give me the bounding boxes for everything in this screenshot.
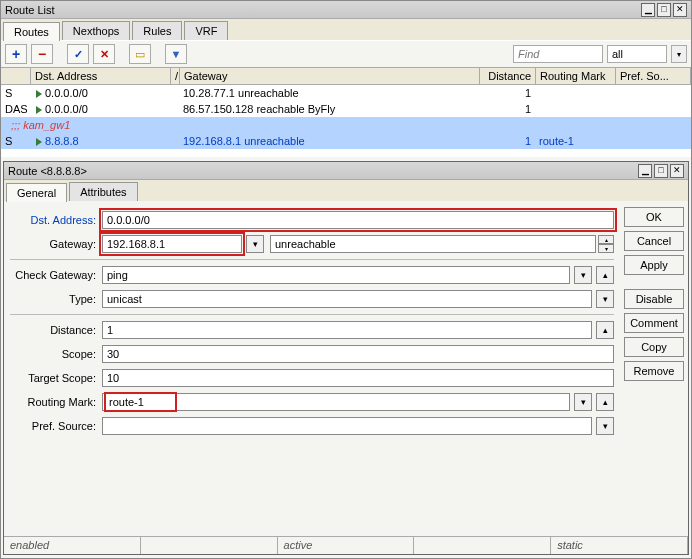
disable-button[interactable]: ✕ xyxy=(93,44,115,64)
gateway-dropdown-icon[interactable]: ▾ xyxy=(246,235,264,253)
dst-label: Dst. Address: xyxy=(10,214,102,226)
status-static: static xyxy=(551,537,688,554)
tab-rules[interactable]: Rules xyxy=(132,21,182,40)
route-detail-window: Route <8.8.8.8> ▁ □ ✕ General Attributes… xyxy=(3,161,689,555)
check-dropdown-icon[interactable]: ▾ xyxy=(574,266,592,284)
comment-button[interactable]: ▭ xyxy=(129,44,151,64)
button-column: OK Cancel Apply Disable Comment Copy Rem… xyxy=(620,201,688,445)
gateway-status: unreachable xyxy=(270,235,596,253)
gateway-label: Gateway: xyxy=(10,238,102,250)
routing-mark-input[interactable]: route-1 xyxy=(102,393,570,411)
disable-button[interactable]: Disable xyxy=(624,289,684,309)
route-list-window: Route List ▁ □ ✕ Routes Nexthops Rules V… xyxy=(0,0,692,559)
target-scope-label: Target Scope: xyxy=(10,372,102,384)
mark-up-icon[interactable]: ▴ xyxy=(596,393,614,411)
col-dst[interactable]: Dst. Address xyxy=(31,68,171,84)
check-up-icon[interactable]: ▴ xyxy=(596,266,614,284)
detail-titlebar: Route <8.8.8.8> ▁ □ ✕ xyxy=(4,162,688,180)
titlebar: Route List ▁ □ ✕ xyxy=(1,1,691,19)
gateway-input[interactable]: 192.168.8.1 xyxy=(102,235,242,253)
tab-vrf[interactable]: VRF xyxy=(184,21,228,40)
col-gateway[interactable]: Gateway xyxy=(180,68,480,84)
gateway-spinner[interactable]: ▴▾ xyxy=(598,235,614,253)
remove-button[interactable]: − xyxy=(31,44,53,64)
detail-close-button[interactable]: ✕ xyxy=(670,164,684,178)
status-bar: enabled active static xyxy=(4,536,688,554)
comment-button[interactable]: Comment xyxy=(624,313,684,333)
add-button[interactable]: + xyxy=(5,44,27,64)
grid-body: S 0.0.0.0/0 10.28.77.1 unreachable 1 DAS… xyxy=(1,85,691,157)
grid-header: Dst. Address / Gateway Distance Routing … xyxy=(1,68,691,85)
tab-attributes[interactable]: Attributes xyxy=(69,182,137,201)
scope-input[interactable]: 30 xyxy=(102,345,614,363)
group-row[interactable]: ;;; kam_gw1 xyxy=(1,117,691,133)
status-active: active xyxy=(278,537,415,554)
maximize-button[interactable]: □ xyxy=(657,3,671,17)
form-area: Dst. Address: 0.0.0.0/0 Gateway: 192.168… xyxy=(4,201,688,445)
dst-input[interactable]: 0.0.0.0/0 xyxy=(102,211,614,229)
col-flag[interactable] xyxy=(1,68,31,84)
type-label: Type: xyxy=(10,293,102,305)
detail-minimize-button[interactable]: ▁ xyxy=(638,164,652,178)
col-distance[interactable]: Distance xyxy=(480,68,536,84)
distance-input[interactable]: 1 xyxy=(102,321,592,339)
type-dropdown-icon[interactable]: ▾ xyxy=(596,290,614,308)
col-sort-icon[interactable]: / xyxy=(171,68,180,84)
detail-tabbar: General Attributes xyxy=(4,180,688,201)
cancel-button[interactable]: Cancel xyxy=(624,231,684,251)
status-4 xyxy=(414,537,551,554)
find-input[interactable] xyxy=(513,45,603,63)
check-gateway-input[interactable]: ping xyxy=(102,266,570,284)
distance-label: Distance: xyxy=(10,324,102,336)
tab-general[interactable]: General xyxy=(6,183,67,202)
table-row[interactable]: DAS 0.0.0.0/0 86.57.150.128 reachable By… xyxy=(1,101,691,117)
distance-up-icon[interactable]: ▴ xyxy=(596,321,614,339)
minimize-button[interactable]: ▁ xyxy=(641,3,655,17)
route-icon xyxy=(36,138,42,146)
pref-down-icon[interactable]: ▾ xyxy=(596,417,614,435)
scope-label: Scope: xyxy=(10,348,102,360)
type-input[interactable]: unicast xyxy=(102,290,592,308)
close-button[interactable]: ✕ xyxy=(673,3,687,17)
col-pref-source[interactable]: Pref. So... xyxy=(616,68,691,84)
status-enabled: enabled xyxy=(4,537,141,554)
detail-maximize-button[interactable]: □ xyxy=(654,164,668,178)
toolbar: + − ✓ ✕ ▭ ▼ all ▾ xyxy=(1,40,691,68)
col-routing-mark[interactable]: Routing Mark xyxy=(536,68,616,84)
ok-button[interactable]: OK xyxy=(624,207,684,227)
route-icon xyxy=(36,90,42,98)
copy-button[interactable]: Copy xyxy=(624,337,684,357)
check-gateway-label: Check Gateway: xyxy=(10,269,102,281)
route-icon xyxy=(36,106,42,114)
mark-dropdown-icon[interactable]: ▾ xyxy=(574,393,592,411)
routing-mark-label: Routing Mark: xyxy=(10,396,102,408)
filter-icon[interactable]: ▼ xyxy=(165,44,187,64)
pref-source-input[interactable] xyxy=(102,417,592,435)
main-tabbar: Routes Nexthops Rules VRF xyxy=(1,19,691,40)
filter-combo[interactable]: all xyxy=(607,45,667,63)
remove-button[interactable]: Remove xyxy=(624,361,684,381)
target-scope-input[interactable]: 10 xyxy=(102,369,614,387)
tab-nexthops[interactable]: Nexthops xyxy=(62,21,130,40)
pref-source-label: Pref. Source: xyxy=(10,420,102,432)
apply-button[interactable]: Apply xyxy=(624,255,684,275)
table-row-selected[interactable]: S 8.8.8.8 192.168.8.1 unreachable 1 rout… xyxy=(1,133,691,149)
table-row[interactable]: S 0.0.0.0/0 10.28.77.1 unreachable 1 xyxy=(1,85,691,101)
window-title: Route List xyxy=(5,4,639,16)
status-2 xyxy=(141,537,278,554)
detail-title: Route <8.8.8.8> xyxy=(8,165,636,177)
tab-routes[interactable]: Routes xyxy=(3,22,60,41)
form-left: Dst. Address: 0.0.0.0/0 Gateway: 192.168… xyxy=(4,201,620,445)
enable-button[interactable]: ✓ xyxy=(67,44,89,64)
filter-dropdown-icon[interactable]: ▾ xyxy=(671,45,687,63)
